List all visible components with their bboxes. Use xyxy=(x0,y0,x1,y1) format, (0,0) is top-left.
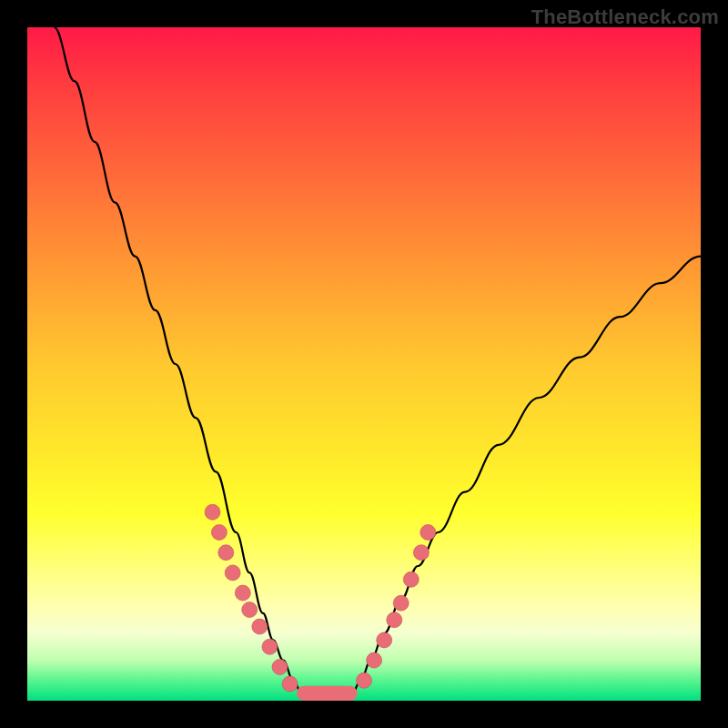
scatter-dot xyxy=(235,585,250,601)
scatter-dot xyxy=(225,565,240,581)
scatter-dot xyxy=(218,545,234,561)
chart-svg xyxy=(27,27,701,701)
scatter-dot xyxy=(357,672,372,688)
scatter-dot xyxy=(377,632,392,648)
scatter-dot xyxy=(393,595,409,611)
scatter-dot xyxy=(205,504,220,520)
curve-right xyxy=(350,257,701,698)
scatter-dot xyxy=(387,612,402,628)
scatter-dot xyxy=(211,525,227,541)
scatter-dot xyxy=(367,652,382,668)
chart-area xyxy=(27,27,701,701)
scatter-dot xyxy=(272,660,288,675)
scatter-points xyxy=(205,504,436,692)
scatter-dot xyxy=(262,639,278,654)
floor-bar xyxy=(297,686,358,701)
scatter-dot xyxy=(252,619,268,634)
scatter-dot xyxy=(282,676,298,692)
scatter-dot xyxy=(403,571,419,587)
scatter-dot xyxy=(242,602,258,618)
watermark-text: TheBottleneck.com xyxy=(531,5,719,29)
scatter-dot xyxy=(420,525,436,541)
scatter-dot xyxy=(413,545,429,561)
curve-left xyxy=(55,27,304,697)
